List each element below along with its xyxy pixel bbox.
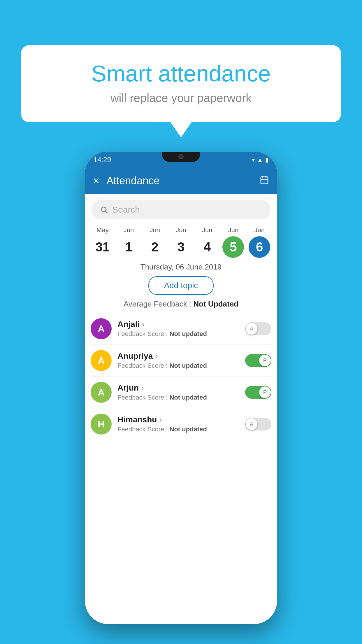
attendance-toggle-anjali[interactable]: A: [245, 322, 271, 335]
toggle-anupriya[interactable]: P: [245, 354, 271, 367]
calendar-icon[interactable]: [260, 175, 269, 187]
phone-frame: 14:29 ▾ ▲ ▮ × Attendance: [85, 152, 277, 624]
speech-bubble: Smart attendance will replace your paper…: [21, 45, 341, 122]
cal-date-4: 4: [196, 236, 218, 258]
toggle-anjali[interactable]: A: [245, 322, 271, 335]
student-name-anupriya: Anupriya: [117, 351, 239, 361]
toggle-knob-arjun: P: [259, 386, 271, 398]
attendance-toggle-himanshu[interactable]: A: [245, 418, 271, 430]
battery-icon: ▮: [265, 156, 268, 163]
cal-month-1: Jun: [124, 226, 134, 234]
avg-feedback-label: Average Feedback :: [124, 300, 193, 308]
screen-content: Search May 31 Jun 1 Jun 2 Jun 3: [85, 194, 277, 624]
search-icon: [100, 206, 108, 214]
cal-month-2: Jun: [150, 226, 160, 234]
svg-point-4: [101, 207, 106, 212]
student-info-anjali: Anjali Feedback Score : Not updated: [117, 320, 239, 338]
attendance-toggle-arjun[interactable]: P: [245, 386, 271, 399]
student-name-himanshu: Himanshu: [117, 415, 239, 424]
cal-day-1[interactable]: Jun 1: [116, 226, 142, 258]
cal-date-1: 1: [118, 236, 140, 258]
phone-mockup: 14:29 ▾ ▲ ▮ × Attendance: [85, 152, 277, 624]
search-input[interactable]: Search: [112, 205, 140, 215]
student-feedback-arjun: Feedback Score : Not updated: [117, 394, 239, 401]
student-info-arjun: Arjun Feedback Score : Not updated: [117, 383, 239, 401]
cal-date-0: 31: [92, 236, 113, 258]
speech-bubble-title: Smart attendance: [38, 61, 324, 86]
cal-date-6: 6: [249, 236, 270, 258]
cal-month-3: Jun: [176, 226, 186, 234]
signal-icon: ▲: [257, 157, 263, 163]
avatar-anjali: A: [91, 318, 112, 339]
cal-day-3[interactable]: Jun 3: [168, 226, 194, 258]
toggle-knob-anjali: A: [246, 323, 257, 335]
avatar-himanshu: H: [91, 414, 112, 435]
cal-month-4: Jun: [202, 226, 212, 234]
status-icons: ▾ ▲ ▮: [252, 156, 268, 163]
cal-month-5: Jun: [228, 226, 238, 234]
student-name-arjun: Arjun: [117, 383, 239, 393]
toggle-himanshu[interactable]: A: [245, 418, 271, 430]
toggle-arjun[interactable]: P: [245, 386, 271, 399]
cal-day-5[interactable]: Jun 5: [220, 226, 247, 258]
student-feedback-himanshu: Feedback Score : Not updated: [117, 426, 239, 433]
cal-month-0: May: [96, 226, 109, 234]
phone-notch: [162, 152, 200, 162]
speech-bubble-container: Smart attendance will replace your paper…: [21, 45, 341, 122]
speech-bubble-subtitle: will replace your paperwork: [38, 92, 324, 105]
cal-day-6[interactable]: Jun 6: [246, 226, 273, 258]
cal-month-6: Jun: [254, 226, 264, 234]
selected-date-display: Thursday, 06 June 2019: [85, 262, 277, 272]
avatar-anupriya: A: [91, 350, 112, 371]
add-topic-button[interactable]: Add topic: [148, 276, 214, 295]
student-name-anjali: Anjali: [117, 320, 239, 329]
cal-date-2: 2: [144, 236, 166, 258]
search-bar[interactable]: Search: [92, 200, 270, 219]
cal-day-2[interactable]: Jun 2: [142, 226, 168, 258]
student-info-himanshu: Himanshu Feedback Score : Not updated: [117, 415, 239, 433]
student-feedback-anjali: Feedback Score : Not updated: [117, 330, 239, 338]
cal-date-5: 5: [222, 236, 244, 258]
avatar-arjun: A: [91, 382, 112, 403]
student-item-anjali[interactable]: A Anjali Feedback Score : Not updated A: [91, 313, 271, 344]
cal-day-0[interactable]: May 31: [89, 226, 116, 258]
wifi-icon: ▾: [252, 156, 255, 163]
student-feedback-anupriya: Feedback Score : Not updated: [117, 362, 239, 370]
app-bar-title: Attendance: [106, 175, 260, 187]
svg-line-5: [106, 211, 107, 213]
avg-feedback: Average Feedback : Not Updated: [85, 300, 277, 309]
student-item-anupriya[interactable]: A Anupriya Feedback Score : Not updated …: [91, 344, 271, 376]
cal-day-4[interactable]: Jun 4: [194, 226, 220, 258]
student-item-himanshu[interactable]: H Himanshu Feedback Score : Not updated …: [91, 408, 271, 440]
svg-rect-0: [261, 177, 268, 184]
close-button[interactable]: ×: [93, 175, 99, 186]
app-bar: × Attendance: [85, 168, 277, 194]
calendar-strip: May 31 Jun 1 Jun 2 Jun 3 Jun 4: [85, 222, 277, 258]
front-camera: [178, 154, 184, 159]
toggle-knob-himanshu: A: [246, 418, 257, 430]
avg-feedback-value: Not Updated: [193, 300, 238, 308]
attendance-toggle-anupriya[interactable]: P: [245, 354, 271, 367]
student-item-arjun[interactable]: A Arjun Feedback Score : Not updated P: [91, 376, 271, 408]
cal-date-3: 3: [170, 236, 192, 258]
toggle-knob-anupriya: P: [259, 355, 271, 366]
student-info-anupriya: Anupriya Feedback Score : Not updated: [117, 351, 239, 370]
status-time: 14:29: [94, 156, 111, 164]
student-list: A Anjali Feedback Score : Not updated A …: [85, 313, 277, 440]
